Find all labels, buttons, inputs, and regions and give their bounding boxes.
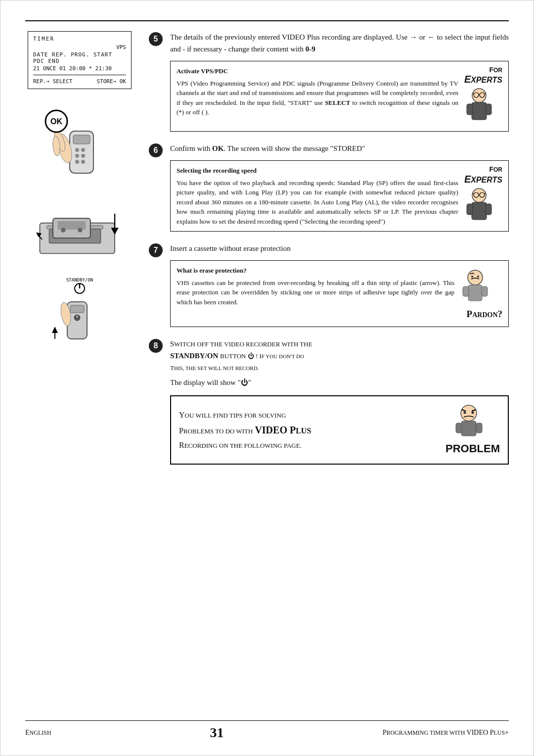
timer-data: 21 ONCE 01 20:00 * 21:30	[33, 65, 126, 72]
step-5-paragraph: The details of the previously entered VI…	[170, 31, 509, 55]
svg-rect-1	[73, 135, 90, 144]
top-border	[25, 20, 509, 21]
svg-point-2	[75, 148, 79, 152]
svg-rect-56	[463, 286, 469, 296]
timer-rep-select: REP.→ SELECT	[33, 78, 72, 85]
ok-hand-illustration: OK	[40, 104, 119, 183]
step-7-text: Insert a cassette without erase protecti…	[170, 242, 509, 327]
recording-speed-title: Selecting the recording speed	[177, 166, 458, 176]
right-column: 5 The details of the previously entered …	[149, 31, 509, 475]
step-5-text: The details of the previously entered VI…	[170, 31, 509, 132]
step-6-block: 6 Confirm with OK. The screen will show …	[149, 142, 509, 232]
step-8-text: SWITCH OFF THE VIDEO RECORDER WITH THE S…	[170, 338, 509, 465]
step-7-paragraph: Insert a cassette without erase protecti…	[170, 242, 509, 254]
promo-box: YOU WILL FIND TIPS FOR SOLVING PROBLEMS …	[170, 395, 509, 465]
step-8-sc1: SWITCH OFF THE VIDEO RECORDER WITH THE	[170, 340, 312, 348]
standby-illustration: STANDBY/ON	[40, 277, 119, 351]
svg-point-19	[78, 228, 82, 232]
erase-protection-info-box: What is erase protection? VHS cassettes …	[170, 260, 509, 327]
svg-rect-63	[476, 423, 482, 433]
problem-section: PROBLEM	[438, 403, 500, 457]
footer-title: PROGRAMMING TIMER WITH VIDEO PLUS+	[383, 729, 509, 737]
cassette-illustration	[35, 198, 124, 262]
step-5-circle: 5	[149, 32, 163, 46]
step-5-expert-label: FOR EXPERTS	[464, 66, 502, 126]
svg-point-5	[81, 154, 85, 158]
svg-rect-37	[486, 104, 491, 115]
recording-speed-content: Selecting the recording speed You have t…	[177, 166, 458, 226]
erase-protection-title: What is erase protection?	[177, 266, 454, 276]
svg-point-4	[75, 154, 79, 158]
left-column: TIMER VPS DATE REP. PROG. START PDC END …	[25, 31, 134, 475]
timer-header: DATE REP. PROG. START PDC END	[33, 51, 126, 64]
svg-rect-61	[461, 421, 476, 436]
svg-point-3	[81, 148, 85, 152]
svg-point-60	[471, 411, 474, 414]
step-8-paragraph: SWITCH OFF THE VIDEO RECORDER WITH THE S…	[170, 338, 509, 374]
step-8-display: The display will show "⏻"	[170, 377, 509, 388]
recording-speed-text: You have the option of two playback and …	[177, 178, 458, 227]
step-5-block: 5 The details of the previously entered …	[149, 31, 509, 132]
step-7-circle: 7	[149, 243, 163, 257]
experts-text-6: EXPERTS	[464, 174, 502, 185]
svg-point-54	[477, 276, 479, 278]
svg-text:OK: OK	[50, 117, 62, 126]
promo-line3: RECORDING ON THE FOLLOWING PAGE.	[179, 441, 302, 449]
svg-rect-35	[472, 102, 487, 120]
timer-title: TIMER	[33, 36, 126, 42]
svg-point-53	[471, 276, 473, 278]
svg-point-52	[468, 270, 483, 285]
timer-store-ok: STORE→ OK	[96, 78, 126, 85]
svg-rect-55	[468, 285, 482, 301]
timer-bottom: REP.→ SELECT STORE→ OK	[33, 78, 126, 85]
step-7-pardon-label: PARDON?	[460, 266, 502, 322]
page: TIMER VPS DATE REP. PROG. START PDC END …	[0, 0, 534, 756]
svg-text:STANDBY/ON: STANDBY/ON	[66, 278, 93, 283]
svg-point-18	[61, 228, 65, 232]
problem-label: PROBLEM	[445, 440, 500, 457]
vps-pdc-text: VPS (Video Programming Service) and PDC …	[177, 79, 458, 117]
svg-rect-36	[467, 104, 473, 115]
vps-pdc-title: Activate VPS/PDC	[177, 66, 458, 76]
step-8-block: 8 SWITCH OFF THE VIDEO RECORDER WITH THE…	[149, 338, 509, 465]
promo-line1: YOU WILL FIND TIPS FOR SOLVING	[179, 411, 286, 419]
svg-rect-46	[486, 204, 491, 215]
step-8-sc3: THIS, THE SET WILL NOT RECORD.	[170, 364, 259, 372]
for-text-6: FOR	[464, 166, 502, 173]
svg-point-34	[472, 89, 486, 102]
svg-point-7	[81, 160, 85, 164]
footer-language: ENGLISH	[25, 729, 51, 737]
svg-rect-62	[456, 423, 462, 433]
svg-rect-57	[482, 286, 488, 296]
svg-marker-33	[52, 327, 58, 333]
svg-point-58	[461, 405, 477, 421]
for-text-5: FOR	[464, 66, 502, 74]
promo-text: YOU WILL FIND TIPS FOR SOLVING PROBLEMS …	[179, 408, 433, 452]
timer-divider	[33, 75, 126, 75]
erase-protection-text: VHS cassettes can be protected from over…	[177, 278, 454, 307]
step-6-paragraph: Confirm with OK. The screen will show th…	[170, 142, 509, 154]
experts-text-5: EXPERTS	[464, 74, 502, 85]
footer-page-number: 31	[210, 725, 224, 741]
step-6-expert-label: FOR EXPERTS	[464, 166, 502, 226]
main-content: TIMER VPS DATE REP. PROG. START PDC END …	[25, 31, 509, 475]
step-8-bold: STANDBY/ON	[170, 352, 218, 360]
erase-protection-content: What is erase protection? VHS cassettes …	[177, 266, 454, 307]
step-7-block: 7 Insert a cassette without erase protec…	[149, 242, 509, 327]
step-8-circle: 8	[149, 339, 163, 353]
svg-rect-45	[467, 204, 473, 215]
timer-vps: VPS	[33, 44, 126, 50]
pardon-text: PARDON?	[460, 307, 502, 322]
vps-pdc-info-box: Activate VPS/PDC VPS (Video Programming …	[170, 61, 509, 132]
svg-rect-28	[70, 305, 84, 313]
footer: ENGLISH 31 PROGRAMMING TIMER WITH VIDEO …	[25, 720, 509, 741]
step-8-sc2: BUTTON ⏻ ! IF YOU DON'T DO	[220, 352, 304, 360]
timer-display-box: TIMER VPS DATE REP. PROG. START PDC END …	[28, 31, 132, 89]
svg-point-6	[75, 160, 79, 164]
vps-pdc-content: Activate VPS/PDC VPS (Video Programming …	[177, 66, 458, 117]
promo-line2: PROBLEMS TO DO WITH	[179, 426, 253, 435]
recording-speed-info-box: Selecting the recording speed You have t…	[170, 160, 509, 232]
svg-rect-44	[472, 202, 487, 220]
svg-point-59	[463, 411, 466, 414]
promo-video-plus: VIDEO PLUS	[255, 425, 311, 435]
